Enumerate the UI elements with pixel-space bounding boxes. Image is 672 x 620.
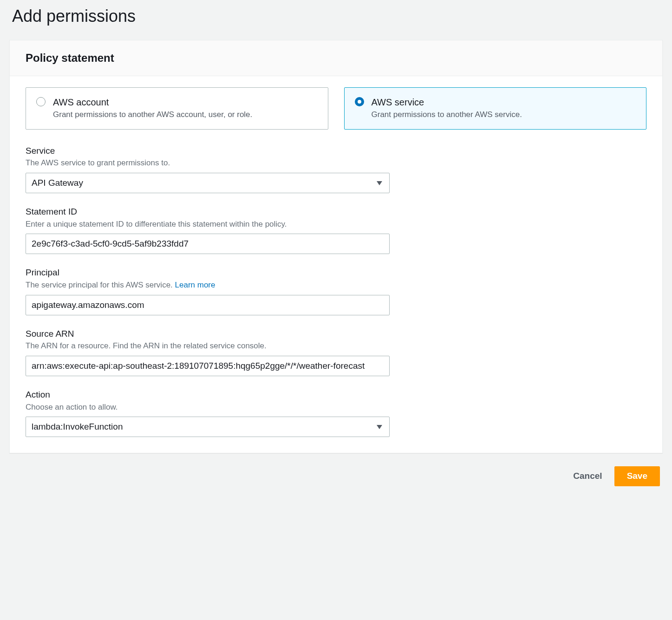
- radio-aws-account[interactable]: AWS account Grant permissions to another…: [26, 87, 328, 130]
- field-service-hint: The AWS service to grant permissions to.: [26, 157, 390, 169]
- service-select[interactable]: API Gateway: [26, 173, 390, 193]
- permission-target-radio-group: AWS account Grant permissions to another…: [26, 87, 646, 130]
- page-title: Add permissions: [12, 7, 663, 26]
- panel-header-title: Policy statement: [26, 52, 646, 65]
- radio-aws-service-title: AWS service: [372, 96, 522, 108]
- panel-body: AWS account Grant permissions to another…: [10, 76, 662, 453]
- action-select-value: lambda:InvokeFunction: [32, 422, 123, 432]
- field-service: Service The AWS service to grant permiss…: [26, 145, 390, 193]
- statement-id-input[interactable]: [26, 234, 390, 254]
- field-action-label: Action: [26, 389, 390, 401]
- footer-buttons: Cancel Save: [9, 466, 663, 486]
- radio-circle-icon: [355, 97, 364, 106]
- field-source-arn: Source ARN The ARN for a resource. Find …: [26, 328, 390, 376]
- field-source-arn-hint: The ARN for a resource. Find the ARN in …: [26, 340, 390, 352]
- principal-learn-more-link[interactable]: Learn more: [175, 281, 215, 289]
- source-arn-input[interactable]: [26, 356, 390, 376]
- field-statement-id: Statement ID Enter a unique statement ID…: [26, 206, 390, 254]
- service-select-value: API Gateway: [32, 178, 83, 188]
- field-principal: Principal The service principal for this…: [26, 267, 390, 315]
- radio-aws-service[interactable]: AWS service Grant permissions to another…: [344, 87, 647, 130]
- save-button[interactable]: Save: [614, 466, 660, 486]
- field-action: Action Choose an action to allow. lambda…: [26, 389, 390, 437]
- cancel-button[interactable]: Cancel: [568, 466, 607, 486]
- radio-circle-icon: [36, 97, 46, 106]
- radio-aws-account-title: AWS account: [53, 96, 252, 108]
- principal-input[interactable]: [26, 295, 390, 315]
- field-statement-id-label: Statement ID: [26, 206, 390, 218]
- action-select[interactable]: lambda:InvokeFunction: [26, 417, 390, 437]
- field-principal-hint: The service principal for this AWS servi…: [26, 280, 390, 291]
- panel-header: Policy statement: [10, 40, 662, 76]
- radio-aws-account-desc: Grant permissions to another AWS account…: [53, 109, 252, 121]
- field-service-label: Service: [26, 145, 390, 157]
- field-principal-label: Principal: [26, 267, 390, 279]
- field-statement-id-hint: Enter a unique statement ID to different…: [26, 219, 390, 230]
- field-action-hint: Choose an action to allow.: [26, 402, 390, 413]
- radio-aws-service-desc: Grant permissions to another AWS service…: [372, 109, 522, 121]
- policy-statement-panel: Policy statement AWS account Grant permi…: [9, 40, 663, 453]
- field-source-arn-label: Source ARN: [26, 328, 390, 340]
